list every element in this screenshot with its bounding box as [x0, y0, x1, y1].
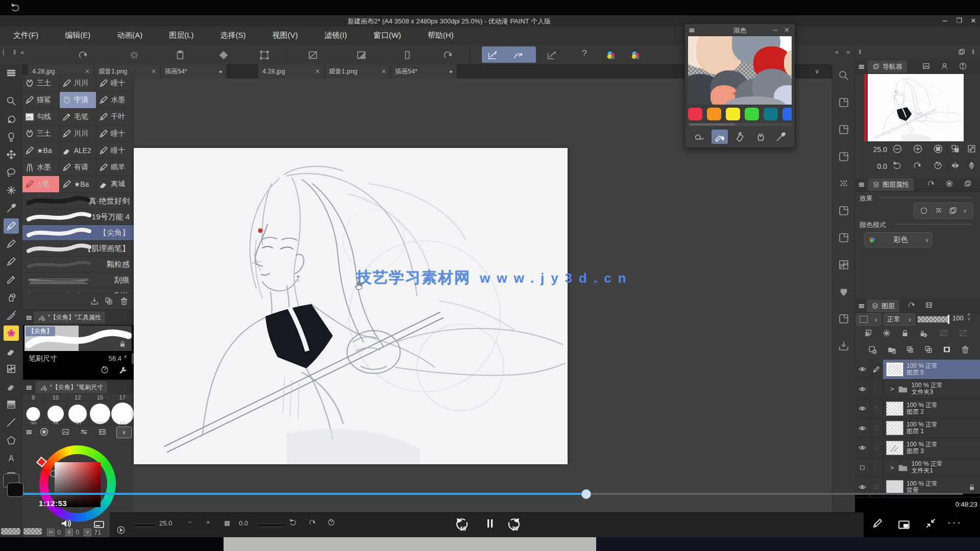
redo-icon[interactable]	[442, 48, 455, 62]
tab-layers[interactable]: 图层	[867, 299, 899, 312]
opacity-value[interactable]: 100	[952, 314, 964, 322]
film-view-icon[interactable]	[98, 428, 107, 436]
panel-pin-2-icon[interactable]: ‖	[972, 48, 974, 56]
zoom-in-icon[interactable]	[913, 144, 923, 154]
brush-size-preset[interactable]: 820	[22, 394, 45, 424]
transparent-color-chip[interactable]	[1, 528, 20, 535]
folder-expand-icon[interactable]: >	[890, 464, 894, 471]
duplicate-brush-icon[interactable]	[104, 296, 113, 306]
brush-size-value[interactable]: 56.4	[90, 355, 121, 362]
brush-size-row[interactable]: 笔刷尺寸 56.4 ∧	[24, 353, 132, 364]
navigator-thumbnail[interactable]	[868, 74, 964, 141]
mixer-swatch[interactable]	[688, 108, 702, 120]
snap-ruler-icon[interactable]	[486, 48, 499, 62]
finger-icon[interactable]	[691, 130, 707, 144]
transform-frame-icon[interactable]	[258, 48, 271, 62]
delete-layer-icon[interactable]	[961, 345, 970, 354]
reset-view-icon[interactable]	[327, 518, 335, 527]
sub-color-chip[interactable]	[7, 483, 23, 497]
lock-transparent-icon[interactable]	[919, 329, 928, 338]
rotate-view-icon[interactable]	[4, 111, 19, 127]
film-panel-icon[interactable]	[837, 149, 851, 164]
layer-mask-icon[interactable]	[942, 345, 951, 354]
symmetry-diamond-icon[interactable]	[217, 48, 230, 62]
collapse-icon[interactable]: «	[20, 48, 24, 56]
brush-item[interactable]: 【尖角】	[22, 225, 134, 241]
brush-item[interactable]: 刮纹	[22, 288, 134, 293]
size-spinner-icon[interactable]: ∧	[124, 354, 127, 359]
panel-menu-icon[interactable]	[858, 303, 865, 310]
brush-item[interactable]: 19号万能 4	[22, 209, 134, 225]
tab-item-bank-icon[interactable]	[940, 62, 949, 70]
flip-horizontal-icon[interactable]	[950, 161, 960, 170]
doc-tab[interactable]: 插画54*●	[161, 64, 227, 79]
subtool-眠羊[interactable]: 眠羊	[96, 159, 134, 176]
border-effect-icon[interactable]	[919, 206, 928, 215]
collapse-left-icon[interactable]: ⟨	[2, 48, 5, 56]
tool-property-tab[interactable]: “【尖角】”工具属性	[34, 311, 105, 323]
layer-row[interactable]: >100 % 正常文件夹1	[854, 458, 980, 478]
layer-color-effect-icon[interactable]	[948, 206, 958, 215]
new-layer-icon[interactable]	[868, 345, 877, 355]
select-slash-icon[interactable]	[306, 48, 320, 62]
color-proof-icon[interactable]	[629, 48, 642, 62]
rotate-cw-icon[interactable]	[913, 161, 922, 170]
layer-thumbnail[interactable]	[886, 480, 903, 494]
layer-row[interactable]: 100 % 正常图层 2	[854, 399, 980, 419]
figure-icon[interactable]	[4, 433, 19, 448]
pattern-panel-icon[interactable]	[837, 204, 851, 218]
panel-collapse-right-icon[interactable]: »	[846, 48, 850, 56]
subtool-川川[interactable]: 川川	[60, 75, 97, 92]
layer-row-body[interactable]: >100 % 正常文件夹3	[883, 380, 980, 399]
image-panel-icon[interactable]	[837, 122, 851, 137]
blend-drops-icon[interactable]	[752, 130, 769, 144]
zoom-out-icon[interactable]: −	[188, 518, 192, 526]
snap-guide-icon[interactable]	[545, 48, 558, 62]
effect-dropdown-icon[interactable]: ∨	[963, 208, 967, 214]
expand-dropdown-icon[interactable]: ∨	[116, 427, 132, 438]
subtool-离城[interactable]: 离城	[96, 176, 134, 193]
tab-close-icon[interactable]: ✕	[381, 68, 386, 75]
lasso-icon[interactable]	[4, 165, 19, 180]
mixer-header[interactable]: 混色 ─ ✕	[685, 24, 795, 36]
layer-hidden-icon[interactable]	[854, 458, 870, 478]
operate-icon[interactable]	[4, 129, 19, 144]
folder-expand-icon[interactable]: >	[890, 385, 894, 393]
subtool-ALE2[interactable]: ALE2	[60, 142, 97, 159]
subtool-△笔[interactable]: △笔	[22, 176, 60, 193]
blend-icon[interactable]	[4, 379, 19, 394]
tab-auto-action-icon[interactable]	[927, 180, 935, 188]
palette-color-dropdown[interactable]: ∨	[856, 313, 881, 325]
tab-animation-icon[interactable]	[925, 301, 933, 309]
eraser-icon[interactable]	[4, 343, 19, 359]
move-icon[interactable]	[4, 147, 19, 162]
layer-name[interactable]: 文件夹3	[912, 389, 943, 395]
marker-icon[interactable]	[4, 272, 19, 287]
layer-row-body[interactable]: 100 % 正常图层 5	[883, 360, 980, 379]
exit-fullscreen-icon[interactable]	[925, 517, 937, 531]
reset-rotation-icon[interactable]	[933, 161, 943, 170]
mixer-scrollbar[interactable]	[688, 123, 792, 126]
mixer-canvas[interactable]	[688, 36, 792, 105]
subtool-水墨[interactable]: 水墨	[96, 92, 134, 109]
tab-close-icon[interactable]: ✕	[151, 68, 156, 75]
subtool-瞳十[interactable]: 瞳十	[96, 142, 134, 159]
subtool-猫鲨[interactable]: 猫鲨	[22, 92, 60, 109]
layer-link-cell[interactable]	[870, 419, 884, 438]
decoration-icon[interactable]	[4, 325, 19, 341]
maximize-button[interactable]: ❐	[953, 17, 965, 24]
subtool-有请[interactable]: 有请	[60, 159, 97, 176]
mixer-swatch[interactable]	[726, 108, 740, 120]
layer-row[interactable]: 100 % 正常图层 5	[854, 360, 980, 380]
menu-item[interactable]: 动画(A)	[104, 31, 156, 40]
draft-layer-icon[interactable]	[939, 329, 948, 338]
tab-close-icon[interactable]: ✕	[315, 68, 320, 75]
close-button[interactable]: ✕	[968, 17, 979, 24]
select-triangle-icon[interactable]	[355, 48, 368, 62]
subtool-瞳十[interactable]: 瞳十	[96, 75, 134, 92]
subtool-川川[interactable]: 川川	[60, 126, 97, 142]
layer-link-cell[interactable]	[870, 399, 884, 418]
back-arrow-icon[interactable]	[10, 3, 20, 13]
mixer-swatch[interactable]	[745, 108, 759, 120]
subtool-panel-icon[interactable]	[837, 95, 851, 110]
